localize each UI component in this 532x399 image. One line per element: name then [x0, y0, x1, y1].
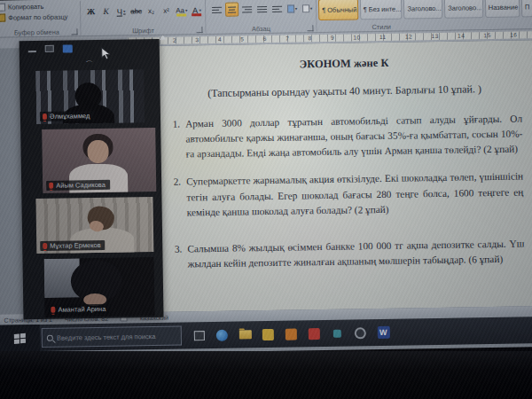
underline-button[interactable]: Ч▾ [114, 3, 128, 19]
search-input[interactable] [57, 332, 176, 341]
start-button[interactable] [0, 325, 40, 352]
search-icon [47, 334, 53, 340]
document-page[interactable]: ЭКОНОМ және К (Тапсырманы орындау уақыты… [128, 40, 532, 312]
paragraph-group-label: Абзац [207, 24, 315, 34]
participant-name: Айым Садикова [56, 181, 106, 190]
font-dialog-launcher-icon[interactable] [196, 27, 202, 33]
style-heading1[interactable]: Заголово... [403, 0, 442, 20]
justify-button[interactable] [255, 2, 269, 16]
copy-button[interactable]: Копировать [0, 3, 43, 12]
page-content: ЭКОНОМ және К (Тапсырманы орындау уақыты… [128, 40, 532, 312]
pinned-app-orange-icon[interactable] [286, 328, 297, 340]
cortana-icon[interactable] [216, 329, 228, 340]
participant-video-3[interactable]: Мұхтар Ермеков [35, 197, 153, 254]
participant-name: Әлмұхаммед [50, 112, 90, 121]
taskbar-search[interactable] [42, 326, 182, 348]
superscript-button[interactable]: x² [160, 3, 173, 19]
chevron-down-icon: ▾ [123, 8, 126, 13]
taskbar-icons: W [192, 325, 390, 342]
indent-marker[interactable] [160, 35, 167, 40]
windows-logo-icon [13, 332, 25, 343]
borders-icon [302, 4, 309, 12]
italic-button[interactable]: К [99, 4, 113, 20]
subscript-button[interactable]: x₂ [145, 3, 158, 19]
style-normal[interactable]: ¶ Обычный [318, 0, 358, 20]
styles-group: ¶ Обычный ¶ Без инте... Заголово... Заго… [318, 0, 532, 33]
font-color-button[interactable]: А▾ [190, 2, 203, 18]
shading-icon [287, 4, 294, 12]
participant-face [87, 140, 108, 163]
group-separator [316, 0, 317, 31]
video-call-toolbar [27, 43, 90, 53]
text-highlight-button[interactable]: Аа▾ [175, 2, 189, 18]
style-heading2[interactable]: Заголово... [444, 0, 483, 19]
align-left-button[interactable] [210, 3, 223, 17]
pinned-app-teal-icon[interactable] [333, 329, 341, 337]
document-subtitle: (Тапсырманы орындау уақыты 40 минут. Бар… [167, 82, 521, 100]
chevron-up-icon[interactable]: ︿ [86, 58, 93, 63]
problem-list: 1. Арман 3000 доллар тұратын автомобильд… [168, 111, 525, 272]
paragraph-dialog-launcher-icon[interactable] [307, 25, 313, 31]
participant-video-2[interactable]: Айым Садикова [42, 128, 156, 193]
document-title: ЭКОНОМ және К [167, 54, 521, 73]
speaker-view-icon[interactable] [45, 45, 54, 52]
bold-button[interactable]: Ж [84, 4, 98, 20]
problem-3: 3. Салымша 8% жылдық өсіммен банкке 100 … [169, 236, 524, 272]
participant-name: Амантай Арина [58, 305, 106, 314]
pinned-app-red-icon[interactable] [309, 328, 320, 340]
align-center-button[interactable] [225, 2, 239, 16]
font-group: Ж К Ч▾ abc x₂ x² Аа▾ А▾ Шрифт [82, 0, 205, 36]
gallery-view-icon[interactable] [80, 43, 90, 52]
muted-mic-icon [43, 113, 47, 120]
participant-video-1[interactable]: Әлмұхаммед [35, 69, 145, 124]
borders-button[interactable]: ▾ [301, 0, 314, 16]
muted-mic-icon [51, 307, 55, 313]
participant-name: Мұхтар Ермеков [50, 241, 101, 250]
problem-2: 2. Супермаркетте жарнамалық акция өткізі… [168, 169, 524, 221]
strikethrough-button[interactable]: abc [129, 3, 143, 19]
video-call-panel: ︿ Әлмұхаммед Айым Садикова Мұхтар Ермеко… [20, 39, 164, 319]
monitor-bezel [0, 351, 532, 399]
muted-mic-icon [49, 183, 53, 189]
chevron-down-icon: ▾ [295, 5, 298, 11]
clipboard-dialog-launcher-icon[interactable] [71, 28, 77, 35]
problem-1: 1. Арман 3000 доллар тұратын автомобильд… [168, 111, 523, 162]
participant-video-4[interactable]: Амантай Арина [43, 257, 154, 317]
format-painter-icon [0, 14, 5, 22]
style-subtitle[interactable]: П [521, 0, 532, 17]
monitor-screen: Копировать Формат по образцу Буфер обмен… [0, 0, 532, 356]
clipboard-group-label: Буфер обмена [0, 27, 80, 37]
muted-mic-icon [43, 243, 47, 249]
minimize-icon[interactable] [27, 51, 35, 52]
chevron-down-icon: ▾ [199, 7, 201, 12]
chevron-down-icon: ▾ [310, 5, 313, 11]
pinned-app-browser-icon[interactable] [355, 327, 366, 339]
chevron-down-icon: ▾ [185, 7, 188, 12]
word-icon[interactable]: W [377, 326, 389, 339]
file-explorer-icon[interactable] [239, 330, 251, 339]
mouse-cursor-icon [101, 47, 111, 60]
style-no-spacing[interactable]: ¶ Без инте... [360, 0, 403, 20]
style-title[interactable]: Название [485, 0, 520, 18]
active-view-icon[interactable] [62, 44, 72, 52]
clipboard-group: Копировать Формат по образцу Буфер обмен… [0, 0, 80, 38]
photo-frame: Копировать Формат по образцу Буфер обмен… [0, 0, 532, 399]
align-right-button[interactable] [240, 2, 254, 16]
line-spacing-button[interactable] [270, 2, 284, 16]
format-painter-button[interactable]: Формат по образцу [0, 13, 68, 22]
task-view-icon[interactable] [193, 331, 204, 340]
shading-button[interactable]: ▾ [286, 0, 299, 16]
copy-icon [0, 4, 5, 12]
paragraph-group: ▾ ▾ Абзац [207, 0, 316, 35]
pinned-app-yellow-icon[interactable] [262, 328, 274, 340]
